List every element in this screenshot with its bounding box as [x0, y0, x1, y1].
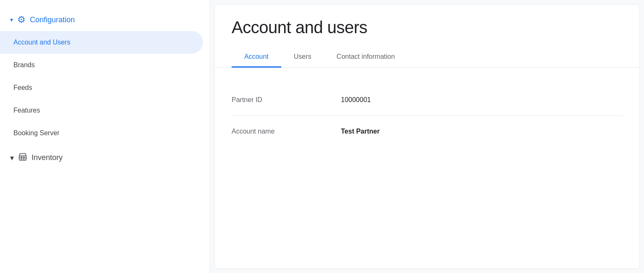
tabs-bar: Account Users Contact information: [215, 47, 639, 68]
sidebar-item-features[interactable]: Features: [0, 99, 203, 122]
inventory-store-icon: [18, 152, 27, 163]
inventory-chevron-icon: ▾: [10, 153, 14, 163]
gear-icon: ⚙: [17, 14, 26, 25]
sidebar-item-account-and-users[interactable]: Account and Users: [0, 31, 203, 54]
page-title: Account and users: [215, 5, 639, 47]
main-content: Account and users Account Users Contact …: [214, 4, 640, 269]
account-name-row: Account name Test Partner: [232, 116, 623, 147]
partner-id-row: Partner ID 10000001: [232, 84, 623, 116]
sidebar-item-feeds[interactable]: Feeds: [0, 76, 203, 99]
tab-contact-information[interactable]: Contact information: [324, 47, 408, 68]
config-label: Configuration: [30, 16, 75, 24]
inventory-label: Inventory: [32, 153, 63, 162]
sidebar-configuration-header[interactable]: ▾ ⚙ Configuration: [0, 8, 210, 31]
sidebar-item-brands[interactable]: Brands: [0, 54, 203, 76]
config-chevron-icon: ▾: [10, 16, 13, 23]
sidebar-item-booking-server[interactable]: Booking Server: [0, 122, 203, 144]
sidebar: ▾ ⚙ Configuration Account and Users Bran…: [0, 0, 210, 273]
tab-account[interactable]: Account: [232, 47, 281, 68]
account-name-label: Account name: [232, 128, 316, 135]
account-name-value: Test Partner: [341, 128, 380, 135]
partner-id-value: 10000001: [341, 96, 371, 104]
account-content-area: Partner ID 10000001 Account name Test Pa…: [215, 68, 639, 268]
sidebar-inventory-header[interactable]: ▾ Inventory: [0, 144, 210, 171]
tab-users[interactable]: Users: [281, 47, 324, 68]
partner-id-label: Partner ID: [232, 96, 316, 104]
